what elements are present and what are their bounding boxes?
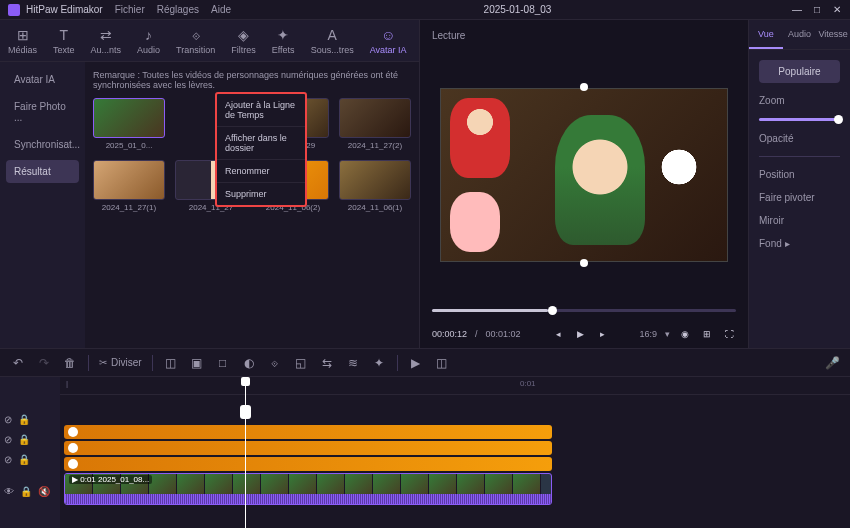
zoom-slider[interactable]: [759, 118, 840, 121]
tool-subtitles[interactable]: ASous...tres: [311, 27, 354, 55]
media-thumb[interactable]: 2024_11_27(2): [339, 98, 411, 150]
sticker-clip[interactable]: [64, 457, 552, 471]
link-icon: ⊘: [4, 454, 12, 465]
chevron-down-icon[interactable]: ▾: [665, 329, 670, 339]
mic-icon[interactable]: 🎤: [824, 355, 840, 371]
project-name: 2025-01-08_03: [243, 4, 792, 15]
next-button[interactable]: ▸: [595, 327, 609, 341]
playback-scrubber[interactable]: [420, 300, 748, 320]
playhead-pin-icon[interactable]: [240, 405, 251, 419]
popular-button[interactable]: Populaire: [759, 60, 840, 83]
delete-button[interactable]: 🗑: [62, 355, 78, 371]
track-toggle[interactable]: 👁🔒🔇: [4, 484, 56, 498]
video-clip[interactable]: ▶ 0:01 2025_01_08...: [64, 473, 552, 505]
timeline-ruler[interactable]: | 0:01: [60, 377, 850, 395]
tool-avatar-ai[interactable]: ☺Avatar IA: [370, 27, 407, 55]
timeline-toolbar: ↶ ↷ 🗑 ✂Diviser ◫ ▣ □ ◐ ⟐ ◱ ⇆ ≋ ✦ ▶ ◫ 🎤: [0, 349, 850, 377]
sidebar-item-sync[interactable]: Synchronisat...: [6, 133, 79, 156]
track-toggle[interactable]: ⊘🔒: [4, 452, 56, 466]
tl-tool-4[interactable]: ◐: [241, 355, 257, 371]
tool-filters[interactable]: ◈Filtres: [231, 27, 256, 55]
track-toggle[interactable]: ⊘🔒: [4, 432, 56, 446]
media-thumb[interactable]: 2024_11_27(1): [93, 160, 165, 212]
lock-icon: 🔒: [18, 414, 30, 425]
sticker-snowman: [654, 132, 704, 202]
sticker-clip[interactable]: [64, 441, 552, 455]
sidebar-item-photo[interactable]: Faire Photo ...: [6, 95, 79, 129]
tool-media[interactable]: ⊞Médias: [8, 27, 37, 55]
chevron-right-icon[interactable]: ▸: [785, 238, 790, 249]
audio-waveform: [65, 494, 551, 504]
sidebar-item-avatar[interactable]: Avatar IA: [6, 68, 79, 91]
aspect-ratio[interactable]: 16:9: [639, 329, 657, 339]
tool-effects[interactable]: ✦Effets: [272, 27, 295, 55]
properties-panel: Vue Audio Vitesse Populaire Zoom Opacité…: [748, 20, 850, 348]
playhead[interactable]: [245, 377, 246, 528]
media-thumb[interactable]: 2025_01_0...: [93, 98, 165, 150]
avatar-icon: ☺: [380, 27, 396, 43]
playback-controls: 00:00:12 / 00:01:02 ◂ ▶ ▸ 16:9 ▾ ◉ ⊞ ⛶: [420, 320, 748, 348]
minimize-icon[interactable]: —: [792, 5, 802, 15]
tab-speed[interactable]: Vitesse: [816, 20, 850, 49]
lock-icon: 🔒: [20, 486, 32, 497]
timeline-tracks[interactable]: | 0:01 ouvertur ▶ 0:01 2025_01_08...: [60, 377, 850, 528]
tl-tool-10[interactable]: ▶: [408, 355, 424, 371]
effects-icon: ✦: [275, 27, 291, 43]
character-elf: [555, 115, 645, 245]
tool-audio[interactable]: ♪Audio: [137, 27, 160, 55]
undo-button[interactable]: ↶: [10, 355, 26, 371]
tab-view[interactable]: Vue: [749, 20, 783, 49]
preview-frame[interactable]: [440, 88, 728, 262]
tool-transition[interactable]: ⟐Transition: [176, 27, 215, 55]
close-icon[interactable]: ✕: [832, 5, 842, 15]
prop-opacity-label: Opacité: [759, 133, 840, 144]
redo-button[interactable]: ↷: [36, 355, 52, 371]
sidebar-item-result[interactable]: Résultat: [6, 160, 79, 183]
menu-help[interactable]: Aide: [211, 4, 231, 15]
tl-tool-3[interactable]: □: [215, 355, 231, 371]
tab-audio[interactable]: Audio: [783, 20, 817, 49]
mirror-icon[interactable]: ⇆: [319, 355, 335, 371]
window-controls: — □ ✕: [792, 5, 842, 15]
play-button[interactable]: ▶: [573, 327, 587, 341]
sticker-clip[interactable]: [64, 425, 552, 439]
ctx-show-folder[interactable]: Afficher dans le dossier: [217, 127, 305, 160]
transition-icon: ⟐: [188, 27, 204, 43]
context-menu: Ajouter à la Ligne de Temps Afficher dan…: [215, 92, 307, 207]
text-icon: T: [56, 27, 72, 43]
thumb-image: [93, 160, 165, 200]
ctx-add-timeline[interactable]: Ajouter à la Ligne de Temps: [217, 94, 305, 127]
remark-text: Remarque : Toutes les vidéos de personna…: [93, 70, 411, 90]
split-button[interactable]: ✂Diviser: [99, 357, 142, 368]
scrubber-handle[interactable]: [548, 306, 557, 315]
time-separator: /: [475, 329, 478, 339]
menu-settings[interactable]: Réglages: [157, 4, 199, 15]
scissors-icon: ✂: [99, 357, 107, 368]
prev-button[interactable]: ◂: [551, 327, 565, 341]
tl-tool-9[interactable]: ✦: [371, 355, 387, 371]
timeline-panel: ↶ ↷ 🗑 ✂Diviser ◫ ▣ □ ◐ ⟐ ◱ ⇆ ≋ ✦ ▶ ◫ 🎤 ⊘…: [0, 348, 850, 528]
preview-viewport[interactable]: [420, 50, 748, 300]
ctx-delete[interactable]: Supprimer: [217, 183, 305, 205]
tl-tool-11[interactable]: ◫: [434, 355, 450, 371]
grid-icon[interactable]: ⊞: [700, 327, 714, 341]
tl-tool-2[interactable]: ▣: [189, 355, 205, 371]
tool-stickers[interactable]: ⇄Au...nts: [91, 27, 122, 55]
tool-text[interactable]: TTexte: [53, 27, 75, 55]
snapshot-icon[interactable]: ◉: [678, 327, 692, 341]
tl-tool-1[interactable]: ◫: [163, 355, 179, 371]
prop-zoom-label: Zoom: [759, 95, 840, 106]
link-icon: ⊘: [4, 414, 12, 425]
main-toolbar: ⊞Médias TTexte ⇄Au...nts ♪Audio ⟐Transit…: [0, 20, 419, 62]
media-thumb[interactable]: 2024_11_06(1): [339, 160, 411, 212]
fullscreen-icon[interactable]: ⛶: [722, 327, 736, 341]
subtitles-icon: A: [324, 27, 340, 43]
tl-tool-6[interactable]: ◱: [293, 355, 309, 371]
tl-tool-8[interactable]: ≋: [345, 355, 361, 371]
ctx-rename[interactable]: Renommer: [217, 160, 305, 183]
titlebar: HitPaw Edimakor Fichier Réglages Aide 20…: [0, 0, 850, 20]
menu-file[interactable]: Fichier: [115, 4, 145, 15]
maximize-icon[interactable]: □: [812, 5, 822, 15]
crop-icon[interactable]: ⟐: [267, 355, 283, 371]
track-toggle[interactable]: ⊘🔒: [4, 412, 56, 426]
